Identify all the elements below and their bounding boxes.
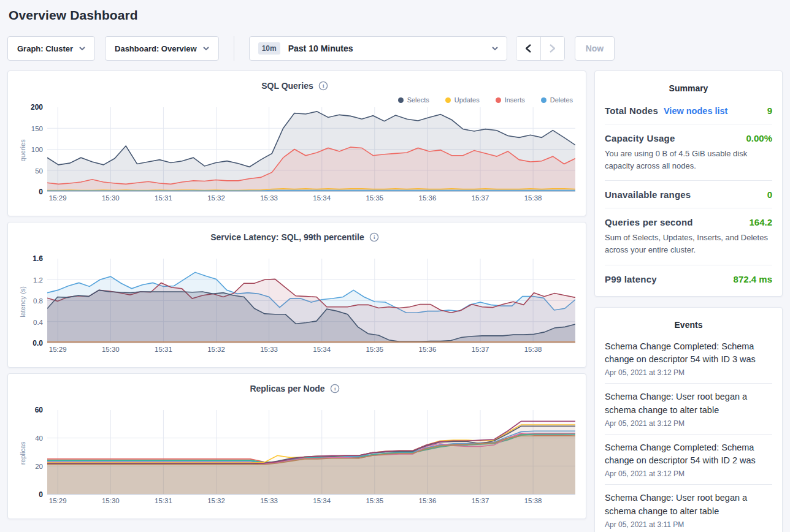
y-axis: 0204060 — [23, 410, 47, 495]
event-text: Schema Change: User root began a schema … — [605, 492, 772, 519]
events-panel: Events Schema Change Completed: Schema c… — [594, 307, 783, 532]
chart-plot-area[interactable] — [47, 410, 575, 495]
x-axis-tick: 15:32 — [207, 194, 225, 202]
x-axis-tick: 15:35 — [366, 346, 383, 353]
x-axis-tick: 15:31 — [155, 194, 172, 202]
summary-panel: Summary Total Nodes View nodes list 9 Ca… — [594, 70, 783, 297]
legend-item-selects: Selects — [398, 96, 429, 104]
time-step-buttons — [516, 36, 565, 61]
x-axis-tick: 15:37 — [472, 194, 489, 202]
x-axis: 15:2915:3015:3115:3215:3315:3415:3515:36… — [47, 495, 575, 507]
capacity-usage-value: 0.00% — [746, 133, 772, 143]
y-axis-tick: 20 — [35, 463, 43, 470]
x-axis-tick: 15:32 — [207, 497, 225, 504]
y-axis-tick: 0.4 — [33, 319, 43, 326]
dashboard-dropdown[interactable]: Dashboard: Overview — [105, 36, 219, 61]
x-axis-tick: 15:29 — [49, 497, 67, 504]
summary-title: Summary — [605, 80, 772, 97]
chevron-down-icon — [79, 47, 85, 50]
summary-row-unavailable: Unavailable ranges 0 — [605, 181, 772, 208]
info-icon[interactable]: i — [330, 384, 340, 393]
event-item[interactable]: Schema Change Completed: Schema change o… — [605, 333, 772, 384]
x-axis-tick: 15:34 — [313, 194, 331, 202]
summary-row-capacity: Capacity Usage 0.00% You are using 0 B o… — [605, 124, 772, 181]
graph-dropdown[interactable]: Graph: Cluster — [7, 36, 95, 61]
y-axis: 050100150200 — [23, 107, 47, 192]
legend-item-inserts: Inserts — [496, 96, 525, 104]
capacity-usage-desc: You are using 0 B of 4.5 GiB usable disk… — [605, 148, 772, 172]
page-title: Overview Dashboard — [7, 0, 783, 23]
y-axis-tick: 0.8 — [33, 297, 43, 305]
p99-latency-value: 872.4 ms — [734, 274, 772, 284]
y-axis-tick: 0.0 — [33, 339, 43, 348]
legend-item-deletes: Deletes — [541, 96, 573, 104]
overview-dashboard-page: Overview Dashboard Graph: Cluster Dashbo… — [0, 0, 790, 532]
y-axis-tick: 0 — [39, 490, 43, 499]
events-title: Events — [605, 317, 772, 333]
x-axis-tick: 15:30 — [102, 497, 120, 504]
x-axis-tick: 15:31 — [155, 497, 172, 504]
now-button[interactable]: Now — [575, 36, 615, 61]
chevron-down-icon — [492, 47, 498, 50]
x-axis: 15:2915:3015:3115:3215:3315:3415:3515:36… — [47, 343, 575, 355]
x-axis-tick: 15:34 — [313, 346, 331, 353]
y-axis-tick: 60 — [35, 406, 43, 414]
event-text: Schema Change Completed: Schema change o… — [605, 340, 772, 367]
dashboard-dropdown-label: Dashboard: Overview — [115, 44, 197, 53]
chart-legend: Selects Updates Inserts Deletes — [14, 94, 573, 106]
event-item[interactable]: Schema Change Completed: Schema change o… — [605, 435, 772, 485]
x-axis-tick: 15:33 — [260, 346, 278, 353]
info-icon[interactable]: i — [318, 81, 328, 91]
x-axis-tick: 15:36 — [419, 194, 437, 202]
x-axis-tick: 15:30 — [102, 346, 120, 353]
x-axis-tick: 15:34 — [313, 497, 331, 504]
chevron-right-icon — [550, 44, 555, 53]
y-axis-tick: 200 — [31, 103, 43, 112]
summary-row-p99: P99 latency 872.4 ms — [605, 265, 772, 292]
toolbar: Graph: Cluster Dashboard: Overview 10m P… — [7, 36, 783, 61]
x-axis-tick: 15:35 — [366, 194, 383, 202]
legend-dot — [398, 97, 404, 103]
x-axis-tick: 15:38 — [524, 194, 542, 202]
x-axis-tick: 15:33 — [260, 194, 278, 202]
x-axis-tick: 15:33 — [260, 497, 278, 504]
x-axis: 15:2915:3015:3115:3215:3315:3415:3515:36… — [47, 192, 575, 204]
total-nodes-label: Total Nodes — [605, 105, 658, 116]
sidebar-column: Summary Total Nodes View nodes list 9 Ca… — [594, 70, 783, 532]
unavailable-ranges-label: Unavailable ranges — [605, 189, 691, 200]
x-axis-tick: 15:37 — [472, 497, 489, 504]
time-range-picker[interactable]: 10m Past 10 Minutes — [249, 36, 507, 61]
time-range-badge: 10m — [258, 42, 280, 55]
chart-plot-area[interactable] — [47, 107, 575, 192]
x-axis-tick: 15:38 — [524, 497, 542, 504]
event-timestamp: Apr 05, 2021 at 3:12 PM — [605, 469, 772, 478]
replicas-per-node-chart-panel: Replicas per Node i replicas 0204060 15:… — [7, 373, 586, 519]
view-nodes-list-link[interactable]: View nodes list — [664, 106, 728, 116]
svg-text:i: i — [374, 234, 375, 240]
y-axis-tick: 150 — [31, 125, 43, 132]
chart-plot-area[interactable] — [47, 259, 575, 343]
time-step-forward-button[interactable] — [540, 37, 564, 60]
unavailable-ranges-value: 0 — [767, 189, 772, 200]
x-axis-tick: 15:32 — [207, 346, 225, 353]
p99-latency-label: P99 latency — [605, 274, 657, 284]
time-range-label: Past 10 Minutes — [288, 44, 492, 53]
chevron-down-icon — [203, 47, 209, 50]
info-icon[interactable]: i — [369, 232, 379, 242]
time-step-back-button[interactable] — [516, 37, 540, 60]
event-item[interactable]: Schema Change: User root began a schema … — [605, 384, 772, 435]
legend-dot — [496, 97, 501, 103]
total-nodes-value: 9 — [767, 105, 772, 116]
graph-dropdown-label: Graph: Cluster — [17, 44, 73, 53]
y-axis-tick: 1.6 — [33, 254, 43, 263]
chart-title: SQL Queries — [261, 81, 313, 91]
qps-label: Queries per second — [605, 217, 693, 227]
event-item[interactable]: Schema Change: User root began a schema … — [605, 485, 772, 532]
dashboard-main: SQL Queries i Selects Updates Inserts De… — [7, 70, 783, 532]
x-axis-tick: 15:29 — [49, 194, 67, 202]
y-axis-tick: 40 — [35, 435, 43, 442]
qps-desc: Sum of Selects, Updates, Inserts, and De… — [605, 232, 772, 256]
x-axis-tick: 15:35 — [366, 497, 383, 504]
x-axis-tick: 15:36 — [419, 346, 437, 353]
x-axis-tick: 15:31 — [155, 346, 172, 353]
